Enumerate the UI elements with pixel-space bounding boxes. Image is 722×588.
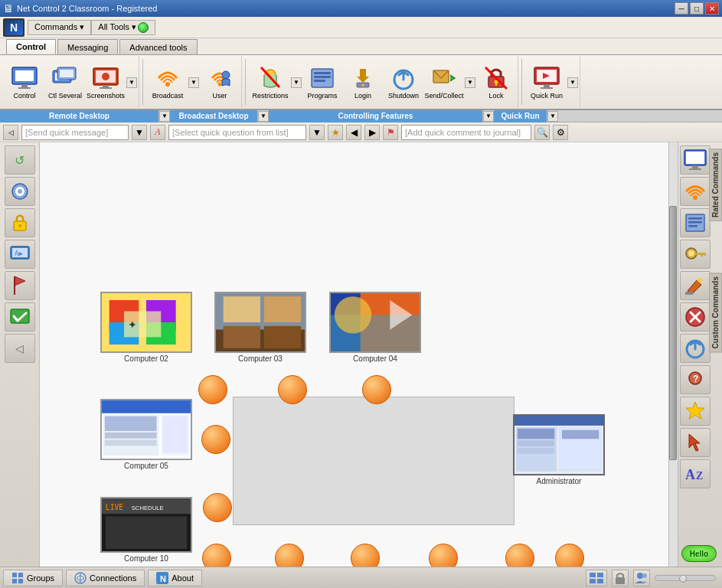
broadcast-button[interactable]: Broadcast [148,59,188,105]
quick-star-btn[interactable]: ★ [328,125,343,140]
hello-badge[interactable]: Hello [681,545,717,562]
quick-question-dropdown[interactable]: ▼ [309,125,325,140]
separator-1 [142,59,143,105]
grid-view-btn[interactable] [586,570,607,586]
right-broadcast-btn[interactable] [680,177,711,206]
svg-point-166 [642,573,647,578]
right-list-btn[interactable] [680,208,711,237]
view-button[interactable] [5,177,35,206]
computer-10-thumb[interactable]: LIVESCHEDULE Computer 10 [100,497,192,563]
svg-point-14 [218,83,222,87]
control-button[interactable]: Control [5,59,44,105]
computer-03-thumb[interactable]: Computer 03 [214,292,306,363]
groups-label: Groups [27,573,54,583]
status-slider[interactable] [655,575,716,581]
vertical-scrollbar[interactable] [668,142,678,567]
broadcast-icon [154,64,181,92]
computer-05-screen [100,399,192,460]
control-icon [11,64,38,92]
svg-text:A▶: A▶ [15,250,23,257]
connections-tab[interactable]: Connections [66,570,145,586]
broadcast-dropdown[interactable]: ▼ [188,77,199,88]
right-star-btn[interactable] [680,397,711,426]
tab-control[interactable]: Control [6,39,56,54]
quickbar-left-btn[interactable]: ◁ [3,125,18,140]
ctl-several-button[interactable]: Ctl Several [45,59,85,105]
svg-point-38 [18,189,22,194]
maximize-button[interactable]: □ [690,2,704,15]
minimize-button[interactable]: ─ [675,2,688,15]
user-button[interactable]: User [200,59,240,105]
lock-status-btn[interactable] [612,570,629,586]
quickrun-button[interactable]: Quick Run [527,59,567,105]
svg-rect-7 [60,70,74,77]
computer-05-thumb[interactable]: Computer 05 [100,399,192,470]
computer-04-thumb[interactable]: Computer 04 [329,292,421,363]
toolbar-label-bar: Remote Desktop ▼ Broadcast Desktop ▼ Con… [0,110,722,122]
right-cursor-btn[interactable] [680,428,711,457]
administrator-thumb[interactable]: Administrator [513,414,605,485]
commands-menu-button[interactable]: Commands ▾ [28,20,91,35]
quick-back-btn[interactable]: ◀ [346,125,361,140]
tab-advanced-tools[interactable]: Advanced tools [119,39,197,54]
lock-button[interactable]: Lock [476,59,516,105]
quick-comment-input[interactable]: [Add quick comment to journal] [401,125,531,140]
scroll-thumb[interactable] [669,206,677,460]
custom-commands-tab[interactable]: Custom Commands [709,273,722,352]
computer-02-thumb[interactable]: ✦ Computer 02 [100,292,192,363]
quick-font-btn[interactable]: A [150,125,165,140]
quick-question-input[interactable]: [Select quick question from list] [168,125,306,140]
rated-commands-tab[interactable]: Rated Commands [709,149,722,221]
controlling-features-expand[interactable]: ▼ [483,111,494,122]
shutdown-button[interactable]: Shutdown [384,59,423,105]
screenshots-button[interactable]: Screenshots [86,59,126,105]
groups-tab[interactable]: Groups [3,570,63,586]
users-status-btn[interactable] [633,570,650,586]
right-pencil-btn[interactable] [680,271,711,300]
titlebar-controls: ─ □ ✕ [675,2,719,15]
quick-fwd-btn[interactable]: ▶ [364,125,380,140]
restrictions-button[interactable]: Restrictions [250,59,290,105]
svg-text:SCHEDULE: SCHEDULE [132,505,164,511]
right-monitor-btn[interactable] [680,145,711,175]
svg-rect-60 [264,326,301,348]
sendcollect-button[interactable]: Send/Collect [424,59,464,105]
remote-desktop-expand[interactable]: ▼ [159,111,170,122]
login-button[interactable]: Login [343,59,383,105]
screenshots-dropdown[interactable]: ▼ [126,77,137,88]
quick-message-input[interactable]: [Send quick message] [21,125,129,140]
broadcast-desktop-expand[interactable]: ▼ [258,111,269,122]
quick-message-dropdown[interactable]: ▼ [132,125,147,140]
about-tab[interactable]: N About [148,570,202,586]
collapse-sidebar-button[interactable]: ◁ [5,334,35,363]
quick-gear-btn[interactable]: ⚙ [553,125,568,140]
svg-text:?: ? [693,374,698,384]
right-cancel-btn[interactable] [680,302,711,332]
toolbar-group-broadcast: Broadcast ▼ User [146,56,242,108]
svg-point-13 [165,82,170,87]
svg-point-64 [335,296,371,333]
right-key-btn[interactable] [680,240,711,269]
programs-button[interactable]: Programs [302,59,342,105]
refresh-button[interactable]: ↺ [5,145,35,175]
right-power-btn[interactable] [680,334,711,363]
close-button[interactable]: ✕ [705,2,719,15]
svg-rect-1 [15,70,34,81]
unconnected-circle-1 [198,375,227,404]
restrictions-dropdown[interactable]: ▼ [291,77,302,88]
computer-05-label: Computer 05 [124,462,168,470]
flag-sidebar-button[interactable] [5,271,35,300]
sendcollect-dropdown[interactable]: ▼ [465,77,475,88]
quick-run-expand[interactable]: ▼ [547,111,558,122]
run-sidebar-button[interactable]: A▶ [5,240,35,269]
quickrun-dropdown[interactable]: ▼ [567,77,578,88]
tab-messaging[interactable]: Messaging [57,39,118,54]
check-sidebar-button[interactable] [5,302,35,332]
tools-menu-button[interactable]: All Tools ▾ [91,20,155,35]
svg-rect-70 [105,416,157,431]
lock-sidebar-button[interactable] [5,208,35,237]
right-question-btn[interactable]: ? [680,365,711,394]
quick-flag-btn[interactable]: ⚑ [383,125,398,140]
right-az-btn[interactable]: AZ [680,459,711,488]
svg-rect-141 [685,292,693,295]
